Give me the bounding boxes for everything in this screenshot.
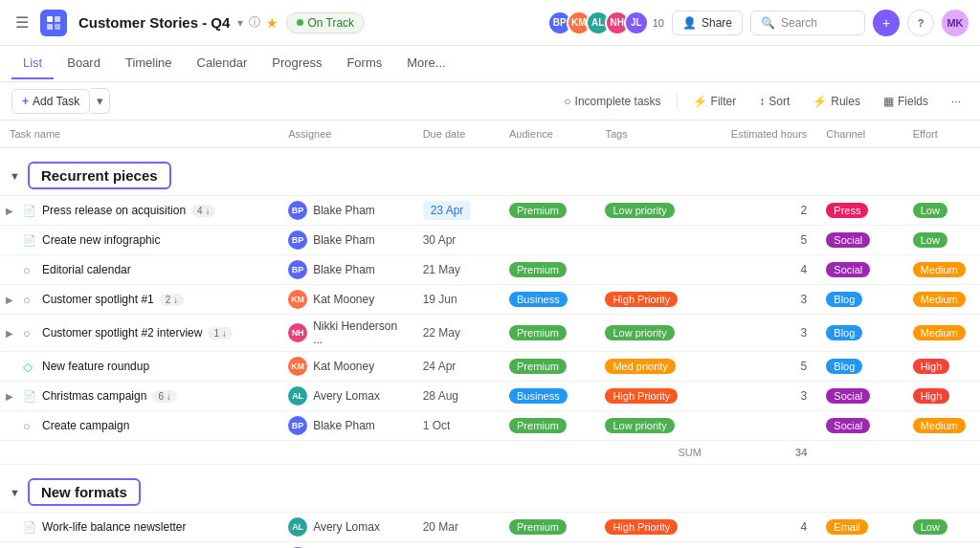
expand-button[interactable]: ▶ bbox=[6, 391, 17, 402]
sum-row: SUM 34 bbox=[0, 441, 980, 465]
assignee-name: Nikki Henderson ... bbox=[313, 319, 404, 346]
audience-tag: Premium bbox=[509, 359, 567, 374]
table-row[interactable]: ▶ 📄 Christmas campaign 6 ↓ AL Avery Loma… bbox=[0, 382, 980, 411]
table-container: Task name Assignee Due date Audience Tag… bbox=[0, 121, 980, 548]
nav-item-timeline[interactable]: Timeline bbox=[114, 48, 184, 79]
task-icon: 📄 bbox=[23, 389, 36, 403]
table-row[interactable]: 📄 Create new infographic BP Blake Pham 3… bbox=[0, 226, 980, 255]
title-actions: ▾ ⓘ ★ bbox=[237, 14, 278, 31]
section-chevron[interactable]: ▼ bbox=[10, 170, 20, 182]
channel-tag: Blog bbox=[826, 292, 862, 307]
due-date-cell: 22 May bbox=[423, 326, 460, 340]
channel-tag: Press bbox=[826, 203, 868, 218]
search-icon: 🔍 bbox=[761, 16, 775, 30]
add-task-dropdown[interactable]: ▾ bbox=[91, 88, 110, 114]
sort-action[interactable]: ↕ Sort bbox=[751, 91, 797, 112]
share-button[interactable]: 👤 Share bbox=[672, 11, 743, 35]
status-badge[interactable]: On Track bbox=[286, 12, 365, 33]
task-icon: 📄 bbox=[23, 233, 36, 247]
add-task-button[interactable]: + Add Task bbox=[11, 89, 90, 114]
filter-icon: ⚡ bbox=[693, 95, 707, 108]
assignee-avatar: KM bbox=[288, 357, 307, 376]
col-due-date: Due date bbox=[413, 121, 500, 148]
assignee-name: Blake Pham bbox=[313, 419, 375, 432]
help-button[interactable]: ? bbox=[907, 10, 934, 36]
sub-count: 2 ↓ bbox=[160, 294, 184, 306]
table-row[interactable]: ○ Create campaign BP Blake Pham 1 Oct Pr… bbox=[0, 411, 980, 441]
task-icon: ○ bbox=[23, 419, 36, 433]
tags-tag: Low priority bbox=[605, 325, 674, 340]
effort-tag: Medium bbox=[913, 418, 966, 433]
hamburger-icon[interactable]: ☰ bbox=[11, 10, 33, 35]
fields-label: Fields bbox=[898, 95, 928, 108]
section-header: ▼ Recurrent pieces bbox=[0, 148, 980, 196]
due-date-cell: 19 Jun bbox=[423, 293, 457, 306]
nav-item-more[interactable]: More... bbox=[395, 48, 457, 79]
tags-tag: Low priority bbox=[605, 203, 674, 218]
sub-count: 4 ↓ bbox=[191, 205, 215, 217]
info-icon[interactable]: ⓘ bbox=[249, 14, 260, 31]
assignee-name: Blake Pham bbox=[313, 204, 375, 217]
expand-button[interactable]: ▶ bbox=[6, 295, 17, 305]
status-label: On Track bbox=[307, 16, 354, 30]
col-channel: Channel bbox=[816, 121, 902, 148]
table-row[interactable]: ○ Roadmap JL Jennifer Lu 25 Mar Business… bbox=[0, 542, 980, 549]
svg-rect-0 bbox=[47, 16, 53, 22]
effort-tag: Low bbox=[913, 519, 947, 535]
search-box[interactable]: 🔍 Search bbox=[750, 11, 865, 35]
fields-icon: ▦ bbox=[883, 95, 894, 108]
task-icon: 📄 bbox=[23, 520, 36, 534]
task-name: Christmas campaign bbox=[42, 389, 146, 403]
star-icon[interactable]: ★ bbox=[266, 15, 278, 31]
top-header: ☰ Customer Stories - Q4 ▾ ⓘ ★ On Track B… bbox=[0, 0, 980, 46]
filter-action[interactable]: ⚡ Filter bbox=[685, 91, 745, 112]
project-title: Customer Stories - Q4 bbox=[78, 14, 230, 31]
chevron-down-icon[interactable]: ▾ bbox=[237, 16, 243, 30]
task-icon: 📄 bbox=[23, 204, 36, 217]
table-row[interactable]: ▶ 📄 Press release on acquisition 4 ↓ BP … bbox=[0, 196, 980, 226]
filter-label: Filter bbox=[711, 95, 737, 108]
assignee-avatar: BP bbox=[288, 416, 307, 435]
col-hours: Estimated hours bbox=[711, 121, 816, 148]
assignee-name: Avery Lomax bbox=[313, 389, 380, 403]
effort-tag: High bbox=[913, 359, 950, 374]
incomplete-tasks-action[interactable]: ○ Incomplete tasks bbox=[556, 91, 668, 112]
channel-tag: Email bbox=[826, 519, 868, 535]
nav-item-progress[interactable]: Progress bbox=[260, 48, 333, 79]
section-header: ▼ New formats bbox=[0, 465, 980, 513]
expand-button[interactable]: ▶ bbox=[6, 328, 17, 339]
audience-tag: Premium bbox=[509, 203, 567, 218]
tags-tag: High Priority bbox=[605, 292, 678, 307]
col-assignee: Assignee bbox=[278, 121, 413, 148]
effort-tag: Low bbox=[913, 232, 947, 248]
table-row[interactable]: ▶ ○ Customer spotlight #2 interview 1 ↓ … bbox=[0, 315, 980, 352]
col-task-name: Task name bbox=[0, 121, 278, 148]
nav-item-list[interactable]: List bbox=[11, 48, 54, 79]
nav-bar: List Board Timeline Calendar Progress Fo… bbox=[0, 46, 980, 82]
section-chevron[interactable]: ▼ bbox=[10, 487, 20, 498]
avatar: JL bbox=[624, 11, 649, 35]
table-row[interactable]: ◇ New feature roundup KM Kat Mooney 24 A… bbox=[0, 352, 980, 382]
nav-item-calendar[interactable]: Calendar bbox=[186, 48, 259, 79]
nav-item-forms[interactable]: Forms bbox=[335, 48, 393, 79]
nav-item-board[interactable]: Board bbox=[56, 48, 112, 79]
fields-action[interactable]: ▦ Fields bbox=[876, 91, 936, 112]
table-row[interactable]: ▶ ○ Customer spotlight #1 2 ↓ KM Kat Moo… bbox=[0, 285, 980, 315]
svg-rect-2 bbox=[47, 24, 53, 30]
table-row[interactable]: 📄 Work-life balance newsletter AL Avery … bbox=[0, 513, 980, 542]
sum-value: 34 bbox=[711, 441, 816, 465]
more-action[interactable]: ··· bbox=[944, 91, 969, 112]
table-row[interactable]: ○ Editorial calendar BP Blake Pham 21 Ma… bbox=[0, 255, 980, 285]
add-button[interactable]: + bbox=[873, 10, 900, 36]
channel-tag: Social bbox=[826, 388, 870, 404]
rules-label: Rules bbox=[831, 95, 860, 108]
task-name: Editorial calendar bbox=[42, 263, 131, 276]
rules-action[interactable]: ⚡ Rules bbox=[805, 91, 868, 112]
expand-button[interactable]: ▶ bbox=[6, 206, 17, 216]
user-avatar[interactable]: MK bbox=[942, 10, 969, 36]
sum-label: SUM bbox=[595, 441, 710, 465]
tags-tag: High Priority bbox=[605, 388, 678, 404]
due-date-cell: 20 Mar bbox=[423, 520, 458, 534]
incomplete-tasks-label: Incomplete tasks bbox=[575, 95, 661, 108]
avatars: BP KM AL NH JL 10 bbox=[553, 11, 664, 35]
